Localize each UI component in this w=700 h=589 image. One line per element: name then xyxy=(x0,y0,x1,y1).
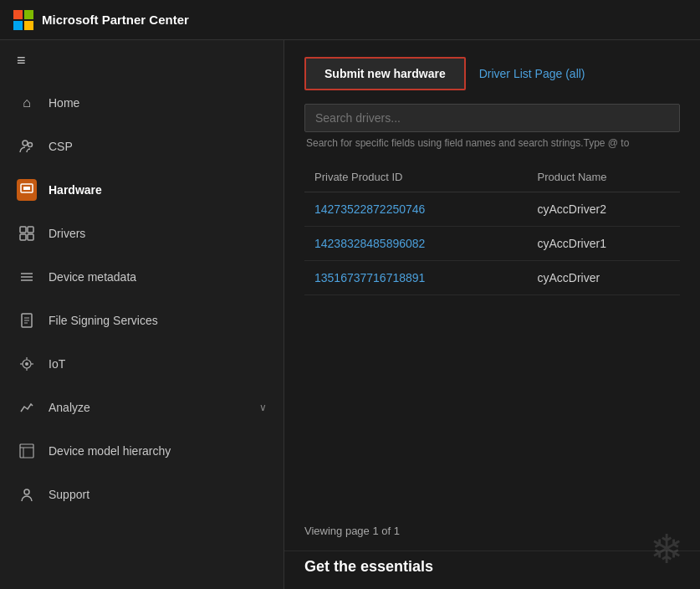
sidebar-label-hardware: Hardware xyxy=(49,183,267,197)
device-model-icon xyxy=(17,441,37,461)
sidebar-label-support: Support xyxy=(49,488,267,501)
app-title: Microsoft Partner Center xyxy=(42,13,189,27)
svg-point-15 xyxy=(25,362,28,366)
col-header-product-id: Private Product ID xyxy=(304,162,527,192)
svg-point-1 xyxy=(28,143,33,147)
svg-point-0 xyxy=(23,141,28,146)
search-hint: Search for specific fields using field n… xyxy=(304,137,680,149)
sidebar-item-iot[interactable]: IoT xyxy=(0,342,284,386)
sidebar-label-file-signing: File Signing Services xyxy=(49,314,267,327)
sidebar-label-iot: IoT xyxy=(49,357,267,371)
topbar: Microsoft Partner Center xyxy=(0,0,700,40)
sidebar-label-home: Home xyxy=(49,96,267,110)
pagination-info: Viewing page 1 of 1 xyxy=(284,511,700,551)
product-name-cell: cyAccDriver xyxy=(527,261,680,295)
content-area: Submit new hardware Driver List Page (al… xyxy=(284,40,700,589)
iot-icon xyxy=(17,354,37,374)
sidebar-item-drivers[interactable]: Drivers xyxy=(0,212,284,255)
sidebar-label-device-model: Device model hierarchy xyxy=(49,444,267,458)
file-signing-icon xyxy=(17,310,37,330)
search-section: Search for specific fields using field n… xyxy=(284,104,700,156)
sidebar-label-analyze: Analyze xyxy=(49,401,248,414)
submit-hardware-button[interactable]: Submit new hardware xyxy=(304,57,466,90)
product-id-cell[interactable]: 14238328485896082 xyxy=(304,227,527,261)
csp-icon xyxy=(17,136,37,156)
product-id-cell[interactable]: 13516737716718891 xyxy=(304,261,527,295)
support-icon xyxy=(17,484,37,504)
sidebar-item-hardware[interactable]: Hardware xyxy=(0,168,284,212)
sidebar: ≡ ⌂ Home CSP xyxy=(0,40,284,589)
table-header-row: Private Product ID Product Name xyxy=(304,162,680,192)
device-metadata-icon xyxy=(17,267,37,287)
drivers-table: Private Product ID Product Name 14273522… xyxy=(304,162,680,295)
analyze-chevron: ∨ xyxy=(259,402,267,413)
sidebar-item-file-signing[interactable]: File Signing Services xyxy=(0,299,284,342)
microsoft-logo xyxy=(13,10,33,30)
drivers-icon xyxy=(17,223,37,243)
sidebar-label-device-metadata: Device metadata xyxy=(49,270,267,284)
product-name-cell: cyAccDriver1 xyxy=(527,227,680,261)
svg-rect-21 xyxy=(20,444,33,458)
sidebar-label-csp: CSP xyxy=(49,140,267,153)
svg-rect-4 xyxy=(20,227,26,233)
col-header-product-name: Product Name xyxy=(527,162,680,192)
sidebar-item-device-model[interactable]: Device model hierarchy xyxy=(0,429,284,473)
search-input[interactable] xyxy=(304,104,680,132)
drivers-table-section: Private Product ID Product Name 14273522… xyxy=(284,156,700,511)
driver-list-link[interactable]: Driver List Page (all) xyxy=(479,67,585,80)
sidebar-item-support[interactable]: Support xyxy=(0,473,284,516)
analyze-icon xyxy=(17,397,37,417)
sidebar-item-csp[interactable]: CSP xyxy=(0,125,284,168)
footer-section: Get the essentials xyxy=(284,551,700,589)
sidebar-item-home[interactable]: ⌂ Home xyxy=(0,81,284,125)
topbar-logo: Microsoft Partner Center xyxy=(13,10,189,30)
svg-rect-6 xyxy=(20,234,26,240)
svg-rect-7 xyxy=(28,234,33,240)
svg-rect-5 xyxy=(28,227,33,233)
svg-point-24 xyxy=(24,489,29,494)
action-bar: Submit new hardware Driver List Page (al… xyxy=(284,40,700,104)
hamburger-button[interactable]: ≡ xyxy=(0,40,284,81)
sidebar-label-drivers: Drivers xyxy=(49,227,267,240)
home-icon: ⌂ xyxy=(17,93,37,113)
product-id-cell[interactable]: 14273522872250746 xyxy=(304,192,527,227)
table-row: 13516737716718891 cyAccDriver xyxy=(304,261,680,295)
footer-title: Get the essentials xyxy=(304,558,680,576)
main-layout: ≡ ⌂ Home CSP xyxy=(0,40,700,589)
table-row: 14238328485896082 cyAccDriver1 xyxy=(304,227,680,261)
svg-rect-3 xyxy=(23,187,30,190)
hardware-icon xyxy=(17,180,37,200)
product-name-cell: cyAccDriver2 xyxy=(527,192,680,227)
table-row: 14273522872250746 cyAccDriver2 xyxy=(304,192,680,227)
sidebar-item-device-metadata[interactable]: Device metadata xyxy=(0,255,284,299)
sidebar-item-analyze[interactable]: Analyze ∨ xyxy=(0,386,284,429)
